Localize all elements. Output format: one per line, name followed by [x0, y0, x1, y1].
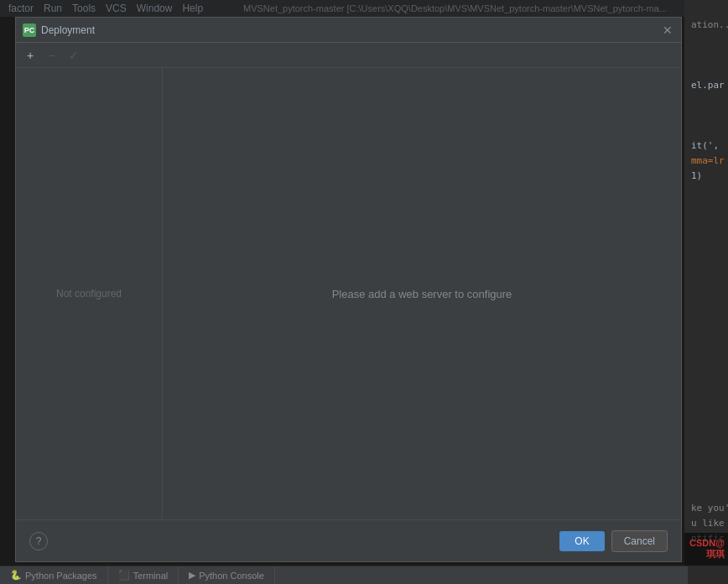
footer-left: ?	[29, 532, 48, 550]
code-line	[688, 440, 725, 455]
code-line	[688, 47, 725, 62]
code-line: mma=lr	[688, 153, 725, 168]
watermark-text: CSDN@琪琪	[688, 538, 725, 561]
code-line	[688, 485, 725, 500]
code-line	[688, 258, 725, 274]
code-line	[688, 183, 725, 198]
code-line	[688, 198, 725, 213]
server-list-panel: Not configured	[16, 68, 163, 519]
code-line	[688, 425, 725, 440]
status-tab-python-packages[interactable]: 🐍 Python Packages	[0, 566, 108, 585]
code-line	[688, 213, 725, 228]
code-line	[688, 107, 725, 123]
right-code-panel: ation...el.parit(',mma=lr1)ke you'u like…	[684, 0, 728, 584]
not-configured-label: Not configured	[56, 288, 122, 300]
terminal-label: Terminal	[133, 571, 169, 581]
status-tab-terminal[interactable]: ⬛ Terminal	[108, 566, 179, 585]
code-line	[688, 349, 725, 364]
terminal-icon: ⬛	[118, 570, 130, 581]
deployment-dialog: PC Deployment ✕ + − ✓ Not configured Ple…	[15, 17, 682, 562]
code-line	[688, 243, 725, 258]
code-line	[688, 334, 725, 349]
code-line	[688, 92, 725, 107]
code-line	[688, 274, 725, 289]
python-console-icon: ▶	[189, 570, 195, 581]
dialog-title-left: PC Deployment	[23, 23, 95, 37]
python-console-label: Python Console	[199, 571, 264, 581]
code-line	[688, 470, 725, 485]
code-line	[688, 319, 725, 334]
python-packages-label: Python Packages	[25, 571, 97, 581]
watermark-area: CSDN@琪琪	[684, 533, 728, 566]
dialog-footer: ? OK Cancel	[16, 519, 681, 561]
ok-button[interactable]: OK	[559, 531, 604, 551]
code-line: ke you'	[688, 500, 725, 515]
code-line	[688, 364, 725, 379]
add-server-hint: Please add a web server to configure	[332, 288, 512, 300]
code-line	[688, 455, 725, 470]
status-bar: 🐍 Python Packages ⬛ Terminal ▶ Python Co…	[0, 566, 688, 584]
dialog-title-bar: PC Deployment ✕	[16, 18, 681, 43]
dialog-toolbar: + − ✓	[16, 43, 681, 68]
code-line: 1)	[688, 168, 725, 183]
dialog-body: Not configured Please add a web server t…	[16, 68, 681, 519]
cancel-button[interactable]: Cancel	[611, 530, 668, 552]
code-line	[688, 289, 725, 304]
code-line	[688, 228, 725, 243]
code-line	[688, 123, 725, 138]
code-line	[688, 32, 725, 47]
code-line	[688, 379, 725, 394]
close-button[interactable]: ✕	[661, 23, 674, 37]
code-line	[688, 304, 725, 319]
status-tab-python-console[interactable]: ▶ Python Console	[179, 566, 275, 585]
config-panel: Please add a web server to configure	[163, 68, 681, 519]
code-line	[688, 394, 725, 409]
code-line: it(',	[688, 138, 725, 153]
dialog-title-text: Deployment	[41, 24, 95, 36]
remove-server-button[interactable]: −	[43, 46, 61, 65]
pycharm-icon: PC	[23, 23, 36, 37]
confirm-button[interactable]: ✓	[65, 46, 83, 65]
footer-right: OK Cancel	[559, 530, 668, 552]
python-packages-icon: 🐍	[10, 570, 22, 581]
help-button[interactable]: ?	[29, 532, 48, 550]
code-line: el.par	[688, 77, 725, 92]
code-line	[688, 62, 725, 77]
add-server-button[interactable]: +	[21, 46, 39, 65]
code-line: u like t	[688, 515, 725, 530]
code-line: ation...	[688, 17, 725, 32]
code-line	[688, 409, 725, 425]
